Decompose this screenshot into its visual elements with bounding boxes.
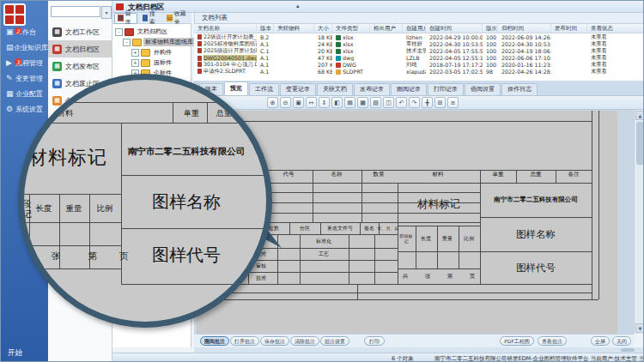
sidebar-nav-item[interactable]: ▤ 企业知识库 [1, 39, 48, 55]
settings-gear-icon: ⚙ [6, 105, 15, 113]
file-row[interactable]: 301-0104 中心顶刀.DWG A.1 207 KB DWG 刘雄 2018… [194, 61, 644, 68]
sidebar-nav-item[interactable]: ▦ 企业配置 [1, 86, 48, 101]
edm-application-window: ▣2 工作台 ▤ 企业知识库 ▶3 流程管理 ✎ 变更管理 ▦ 企业配置 ⚙ 系… [0, 0, 644, 362]
sidebar-nav-item[interactable]: ▶3 流程管理 [1, 55, 48, 70]
header-cell[interactable]: 查看状态 [587, 24, 644, 33]
header-cell[interactable]: 版次 [483, 24, 498, 33]
toolbar-icon-button[interactable]: ▣ [293, 97, 304, 108]
tree-expand-toggle[interactable]: + [131, 59, 139, 67]
vertical-scrollbar[interactable]: ▲ ▼ [634, 110, 644, 334]
header-cell[interactable]: 创建时间 [426, 24, 483, 33]
header-cell[interactable]: 检出用户 [370, 24, 403, 33]
file-row[interactable]: 申请件2.SLDPRT A.1 68 KB SLDPRT xiapudai 20… [194, 68, 644, 75]
workspace-area-item[interactable]: ▦ 文档发布区 [48, 57, 112, 75]
scroll-up-icon[interactable]: ▲ [635, 111, 644, 120]
file-type-icon [336, 69, 341, 75]
search-dropdown-icon[interactable]: ▾ [101, 6, 112, 19]
annotation-button[interactable]: 清除批注 [290, 336, 319, 346]
toolbar-icon-button[interactable]: ↶ [396, 97, 407, 108]
detail-tab[interactable]: 预览 [224, 81, 248, 95]
header-cell[interactable]: 文件类型 [332, 24, 370, 33]
explorer-tab[interactable]: ⊙ 搜索 [139, 13, 161, 24]
annotation-button[interactable]: 打开批注 [230, 336, 259, 346]
tree-node[interactable]: - 标准物料库图纸库 [112, 37, 191, 47]
toolbar-icon-button[interactable]: ↕ [319, 97, 330, 108]
pdf-export-button[interactable]: PDF工程图 [500, 336, 534, 346]
detail-tab[interactable]: 工作流 [249, 83, 279, 95]
header-cell[interactable]: 版本 [257, 24, 274, 33]
bom-header-label: 数量 [374, 171, 385, 178]
toolbar-icon-button[interactable]: ▤ [344, 97, 355, 108]
sidebar-nav-item[interactable]: ⚙ 系统设置 [1, 101, 48, 117]
search-input[interactable] [51, 6, 100, 17]
start-button[interactable]: 开始 [8, 348, 22, 359]
toolbar-icon-button[interactable]: ⊖ [280, 97, 291, 108]
toolbar-icon-button[interactable]: ◫ [383, 97, 394, 108]
window-titlebar [112, 1, 644, 13]
toolbar-icon-button[interactable]: ╋ [422, 97, 433, 108]
annotation-button[interactable]: 批注设置 [320, 336, 349, 346]
change-row-label: 年、月、日 [378, 226, 399, 231]
detail-tab[interactable]: 圈阅记录 [391, 83, 427, 95]
material-mark-label: 材料标记 [417, 197, 460, 212]
toolbar-icon-button[interactable]: ↷ [409, 97, 420, 108]
change-icon: ✎ [6, 74, 15, 82]
pages-label: 页 [470, 273, 476, 281]
material-mark-label: 材料标记 [28, 145, 107, 171]
scroll-thumb[interactable] [636, 122, 644, 165]
header-cell[interactable]: 归档时间 [498, 24, 551, 33]
stage-mark-label: 阶段标记 [398, 234, 414, 244]
bom-header-label: 材料 [58, 108, 73, 119]
preview-toolbar: ⊕⊖▣↔↕◧▤▦▨◫↶↷╋⊞≡ [194, 96, 644, 110]
file-list-header: 文档名称版本关联物料大小文件类型检出用户创建用户创建时间版次归档时间发布时间查看… [194, 24, 644, 33]
header-cell[interactable]: 关联物料 [274, 24, 314, 33]
sidebar-nav-item[interactable]: ✎ 变更管理 [1, 70, 48, 86]
toolbar-icon-button[interactable]: ≡ [447, 97, 459, 108]
fullscreen-button[interactable]: 全屏 [591, 336, 610, 346]
detail-tab[interactable]: 打印记录 [428, 83, 464, 95]
sidebar-nav-item[interactable]: ▣2 工作台 [1, 24, 48, 39]
tree-expand-toggle[interactable]: - [115, 28, 123, 36]
drawing-name-label: 图样名称 [516, 228, 556, 241]
workspace-area-item[interactable]: ▦ 文档归档区 [48, 40, 112, 57]
detail-tab[interactable]: 变更记录 [280, 83, 316, 95]
toolbar-icon-button[interactable]: ◧ [331, 97, 343, 108]
toolbar-icon-button[interactable]: ↔ [306, 97, 317, 108]
collapse-arrow-icon[interactable]: ▴ [296, 3, 300, 9]
scroll-thumb[interactable] [621, 348, 635, 352]
folder-icon [132, 39, 142, 46]
header-cell[interactable]: 发布时间 [551, 24, 587, 33]
tree-node[interactable]: + 外购件 [112, 47, 191, 57]
toolbar-icon-button[interactable]: ⊞ [434, 97, 446, 108]
header-cell[interactable]: 大小 [314, 24, 332, 33]
tree-expand-toggle[interactable]: - [123, 39, 131, 46]
toolbar-icon-button[interactable]: ▨ [370, 97, 381, 108]
proc-row-label: 标准化 [316, 238, 331, 245]
close-button[interactable]: 关闭 [612, 336, 631, 346]
file-row[interactable]: 2025级设计开发计划表_000001... C.1 20 KB xlsx 技术… [194, 47, 644, 54]
print-button[interactable]: 打印 [364, 336, 385, 346]
company-seal-logo [3, 3, 26, 26]
explorer-tab[interactable]: ▭ 收藏夹 [163, 13, 191, 24]
workspace-area-item[interactable]: ▦ 文档工作区 [48, 23, 112, 40]
header-cell[interactable]: 文档名称 [194, 24, 257, 33]
workspace-icon: ▦ [52, 27, 62, 37]
view-annotation-button[interactable]: 查看批注 [538, 336, 567, 346]
explorer-tab[interactable]: ▤ 目录 [114, 13, 137, 24]
drawing-code-label: 图样代号 [152, 244, 221, 267]
toolbar-icon-button[interactable]: ⊕ [267, 97, 278, 108]
magnifier-overlay: 材料 单重 总重 备注 材料标记 南宁市二零二五科技有限公司 图样名称 图样代号… [18, 74, 272, 328]
detail-tab[interactable]: 关联文档 [317, 83, 353, 95]
detail-tab[interactable]: 借阅设置 [465, 83, 501, 95]
annotation-button[interactable]: 圈阅批注 [200, 336, 229, 346]
tree-node[interactable]: + 国标件 [112, 57, 191, 68]
header-cell[interactable]: 创建用户 [403, 24, 426, 33]
scroll-down-icon[interactable]: ▼ [635, 323, 644, 333]
detail-tab[interactable]: 操作日志 [501, 83, 538, 95]
detail-tab[interactable]: 发布记录 [354, 83, 390, 95]
change-row-label: 分区 [300, 225, 310, 232]
tree-node[interactable]: - 文档归档区 [112, 27, 191, 37]
annotation-button[interactable]: 保存批注 [260, 336, 289, 346]
toolbar-icon-button[interactable]: ▦ [357, 97, 368, 108]
tree-expand-toggle[interactable]: + [131, 49, 139, 57]
